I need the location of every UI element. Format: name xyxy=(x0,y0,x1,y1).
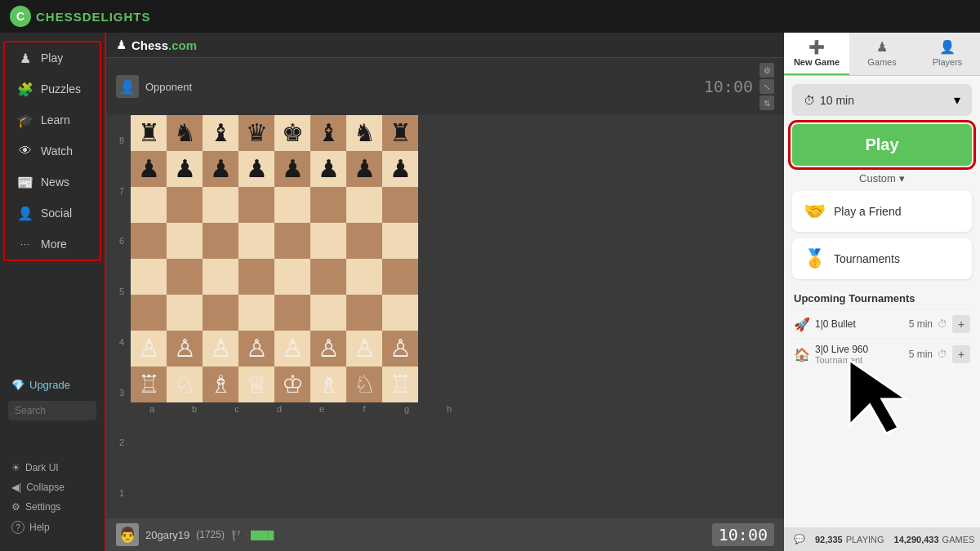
sidebar-item-watch[interactable]: 👁 Watch xyxy=(5,136,100,167)
search-input[interactable] xyxy=(8,401,96,420)
rank-5: 5 xyxy=(114,266,129,317)
square[interactable]: ♝ xyxy=(310,115,346,151)
play-button-container: Play xyxy=(784,124,980,166)
square[interactable]: ♟ xyxy=(382,151,418,187)
square[interactable] xyxy=(274,295,310,331)
square[interactable] xyxy=(274,259,310,295)
settings-item[interactable]: ⚙ Settings xyxy=(0,497,105,517)
square[interactable] xyxy=(131,187,167,223)
games-icon: ♟ xyxy=(876,39,888,55)
square[interactable]: ♙ xyxy=(131,331,167,367)
square[interactable] xyxy=(310,187,346,223)
square[interactable] xyxy=(310,295,346,331)
square[interactable]: ♖ xyxy=(382,367,418,402)
time-selector[interactable]: ⏱ 10 min ▾ xyxy=(792,84,972,116)
tournaments-button[interactable]: 🥇 Tournaments xyxy=(792,238,972,279)
square[interactable]: ♚ xyxy=(274,115,310,151)
square[interactable] xyxy=(382,223,418,259)
square[interactable] xyxy=(203,187,238,223)
square[interactable] xyxy=(346,295,382,331)
square[interactable] xyxy=(274,223,310,259)
sidebar-item-play[interactable]: ♟ Play xyxy=(5,42,100,73)
square[interactable] xyxy=(238,295,274,331)
square[interactable] xyxy=(203,259,238,295)
panel-tabs: ➕ New Game ♟ Games 👤 Players xyxy=(784,33,980,76)
player-bar: 👨 20gary19 (1725) 🏴 ████ 10:00 xyxy=(106,518,784,551)
play-button[interactable]: Play xyxy=(792,124,972,166)
square[interactable]: ♟ xyxy=(167,151,203,187)
file-c: c xyxy=(216,402,258,415)
players-icon: 👤 xyxy=(939,39,956,55)
square[interactable] xyxy=(238,259,274,295)
board-resize-icon[interactable]: ⤡ xyxy=(760,79,774,94)
square[interactable]: ♛ xyxy=(238,115,274,151)
play-friend-button[interactable]: 🤝 Play a Friend xyxy=(792,191,972,232)
square[interactable] xyxy=(131,295,167,331)
settings-gear-icon[interactable]: ⚙ xyxy=(760,63,774,78)
square[interactable]: ♘ xyxy=(167,367,203,402)
square[interactable]: ♝ xyxy=(203,115,238,151)
square[interactable] xyxy=(346,259,382,295)
square[interactable] xyxy=(346,187,382,223)
square[interactable]: ♙ xyxy=(346,331,382,367)
right-panel: ➕ New Game ♟ Games 👤 Players ⏱ 10 min ▾ … xyxy=(784,33,980,551)
square[interactable] xyxy=(238,187,274,223)
upgrade-button[interactable]: 💎 Upgrade xyxy=(0,374,105,396)
tab-games[interactable]: ♟ Games xyxy=(849,33,915,75)
square[interactable]: ♜ xyxy=(131,115,167,151)
logo[interactable]: C CHESSDELIGHTS xyxy=(10,6,151,27)
dark-ui-item[interactable]: ☀ Dark UI xyxy=(0,458,105,478)
square[interactable] xyxy=(346,223,382,259)
square[interactable]: ♟ xyxy=(274,151,310,187)
square[interactable] xyxy=(310,259,346,295)
square[interactable]: ♟ xyxy=(310,151,346,187)
square[interactable]: ♗ xyxy=(310,367,346,402)
square[interactable] xyxy=(382,259,418,295)
chess-board: ♜♞♝♛♚♝♞♜♟♟♟♟♟♟♟♟♙♙♙♙♙♙♙♙♖♘♗♕♔♗♘♖ xyxy=(131,115,470,402)
square[interactable]: ♞ xyxy=(167,115,203,151)
help-item[interactable]: ? Help xyxy=(0,517,105,538)
square[interactable]: ♟ xyxy=(346,151,382,187)
square[interactable]: ♙ xyxy=(310,331,346,367)
square[interactable] xyxy=(274,187,310,223)
square[interactable]: ♙ xyxy=(382,331,418,367)
add-tournament-2[interactable]: + xyxy=(952,345,970,363)
square[interactable] xyxy=(382,295,418,331)
square[interactable]: ♗ xyxy=(203,367,238,402)
square[interactable] xyxy=(310,223,346,259)
square[interactable] xyxy=(131,223,167,259)
flip-icon[interactable]: ⇅ xyxy=(760,96,774,110)
tab-players[interactable]: 👤 Players xyxy=(915,33,980,75)
sidebar-item-learn[interactable]: 🎓 Learn xyxy=(5,104,100,136)
square[interactable]: ♘ xyxy=(346,367,382,402)
square[interactable]: ♟ xyxy=(203,151,238,187)
sidebar-item-news[interactable]: 📰 News xyxy=(5,167,100,198)
square[interactable] xyxy=(167,223,203,259)
square[interactable]: ♟ xyxy=(131,151,167,187)
square[interactable]: ♙ xyxy=(238,331,274,367)
square[interactable]: ♞ xyxy=(346,115,382,151)
square[interactable] xyxy=(167,187,203,223)
square[interactable]: ♟ xyxy=(238,151,274,187)
square[interactable]: ♜ xyxy=(382,115,418,151)
sidebar-item-puzzles[interactable]: 🧩 Puzzles xyxy=(5,73,100,104)
sidebar-item-social[interactable]: 👤 Social xyxy=(5,198,100,229)
square[interactable]: ♖ xyxy=(131,367,167,402)
square[interactable]: ♙ xyxy=(203,331,238,367)
square[interactable] xyxy=(167,295,203,331)
add-tournament-1[interactable]: + xyxy=(952,315,970,333)
square[interactable] xyxy=(203,295,238,331)
tab-new-game[interactable]: ➕ New Game xyxy=(784,33,849,75)
custom-row[interactable]: Custom ▾ xyxy=(784,172,980,184)
square[interactable]: ♔ xyxy=(274,367,310,402)
square[interactable] xyxy=(167,259,203,295)
square[interactable] xyxy=(203,223,238,259)
square[interactable] xyxy=(382,187,418,223)
sidebar-item-more[interactable]: ··· More xyxy=(5,229,100,260)
square[interactable] xyxy=(238,223,274,259)
square[interactable]: ♙ xyxy=(167,331,203,367)
square[interactable] xyxy=(131,259,167,295)
square[interactable]: ♙ xyxy=(274,331,310,367)
collapse-item[interactable]: ◀| Collapse xyxy=(0,478,105,497)
square[interactable]: ♕ xyxy=(238,367,274,402)
